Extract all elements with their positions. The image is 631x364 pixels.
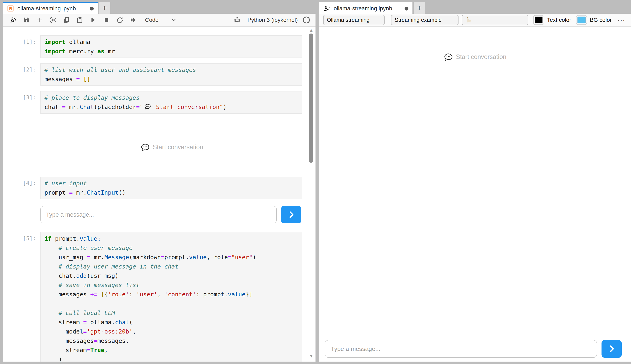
- code-line: # call local LLM: [45, 308, 299, 318]
- notebook-file-icon: [7, 5, 14, 12]
- mercury-wand-icon[interactable]: [10, 16, 17, 24]
- code-line: # place to display messages: [45, 93, 299, 102]
- bg-color-swatch: [577, 16, 585, 24]
- notebook-tabbar: ollama-streaming.ipynb +: [3, 2, 316, 14]
- code-line: model='gpt-oss:20b',: [45, 327, 299, 336]
- code-line: messages += [{'role': 'user', 'content':…: [45, 290, 299, 299]
- tab-dirty-indicator[interactable]: [405, 7, 408, 10]
- execution-count: [1]:: [3, 35, 41, 58]
- paste-cell-icon[interactable]: [76, 16, 84, 24]
- code-line: # save in messages list: [45, 280, 299, 290]
- mercury-wand-icon: [323, 5, 330, 12]
- code-cell: [2]:# list with all user and assistant m…: [3, 63, 316, 86]
- copy-cell-icon[interactable]: [63, 16, 70, 24]
- chat-input-widget: [41, 206, 316, 223]
- execution-count: [3]:: [3, 91, 41, 114]
- tab-title: ollama-streaming.ipynb: [17, 5, 87, 12]
- code-cell-editor[interactable]: # user inputprompt = mr.ChatInput(): [41, 177, 302, 199]
- app-title-input[interactable]: [323, 15, 385, 25]
- more-options-menu[interactable]: ⋯: [617, 18, 625, 22]
- app-description-input[interactable]: [391, 15, 458, 25]
- new-tab-button[interactable]: +: [414, 2, 425, 14]
- tab-notebook[interactable]: ollama-streaming.ipynb: [3, 2, 98, 14]
- kernel-name[interactable]: Python 3 (ipykernel): [247, 17, 298, 23]
- code-line: import ollama: [45, 37, 299, 47]
- execution-count: [5]:: [3, 232, 41, 362]
- code-line: usr_msg = mr.Message(markdown=prompt.val…: [45, 252, 299, 262]
- bg-color-label: BG color: [590, 17, 612, 23]
- execution-count: [2]:: [3, 63, 41, 86]
- chat-placeholder-text: Start conversation: [456, 53, 506, 60]
- notebook-content: [1]:import ollamaimport mercury as mr [2…: [3, 27, 316, 362]
- code-cell-editor[interactable]: # place to display messageschat = mr.Cha…: [41, 91, 302, 114]
- bg-color-picker[interactable]: [576, 15, 587, 25]
- app-send-button[interactable]: [601, 340, 622, 358]
- debugger-bug-icon[interactable]: [234, 16, 241, 24]
- code-cell-editor[interactable]: import ollamaimport mercury as mr: [41, 35, 302, 58]
- code-line: if prompt.value:: [45, 234, 299, 243]
- cut-cell-icon[interactable]: [50, 16, 57, 24]
- cell-type-dropdown[interactable]: Code: [145, 17, 177, 23]
- code-line: stream = ollama.chat(: [45, 318, 299, 327]
- chevron-down-icon: [171, 17, 177, 23]
- app-toolbar: Text color BG color ⋯: [319, 14, 631, 27]
- tab-dirty-indicator[interactable]: [90, 7, 94, 10]
- code-line: chat = mr.Chat(placeholder=" Start conve…: [45, 102, 299, 112]
- text-color-picker[interactable]: [533, 15, 544, 25]
- speech-bubble-icon: [141, 143, 150, 152]
- app-tabbar: ollama-streaming.ipynb +: [319, 2, 631, 14]
- chat-widget-output: Start conversation: [41, 119, 303, 176]
- speech-bubble-icon: [444, 52, 453, 61]
- add-cell-icon[interactable]: [36, 16, 44, 24]
- code-cell-editor[interactable]: if prompt.value: # create user message u…: [41, 232, 302, 362]
- execution-count: [4]:: [3, 177, 41, 199]
- code-line: # list with all user and assistant messa…: [45, 65, 299, 74]
- code-line: import mercury as mr: [45, 47, 299, 56]
- scrollbar-up-arrow[interactable]: ▲: [307, 28, 316, 33]
- code-cell-editor[interactable]: # list with all user and assistant messa…: [41, 63, 302, 86]
- code-cell: [4]:# user inputprompt = mr.ChatInput(): [3, 177, 316, 199]
- code-line: stream=True,: [45, 346, 299, 355]
- code-line: # display user message in the chat: [45, 262, 299, 271]
- tab-title: ollama-streaming.ipynb: [334, 5, 401, 12]
- stop-kernel-icon[interactable]: [103, 16, 110, 24]
- code-line: chat.add(usr_msg): [45, 271, 299, 280]
- app-chat-placeholder: Start conversation: [319, 52, 631, 61]
- notebook-scrollbar[interactable]: ▲ ▼: [307, 27, 316, 362]
- app-logo-input[interactable]: [462, 15, 528, 25]
- code-line: [45, 299, 299, 308]
- desktop: ollama-streaming.ipynb +: [0, 0, 631, 364]
- app-content: Start conversation: [319, 27, 631, 362]
- notebook-chat-message-input[interactable]: [41, 206, 277, 223]
- text-color-label: Text color: [547, 17, 571, 23]
- chat-placeholder-text: Start conversation: [153, 144, 203, 151]
- notebook-toolbar: Code Python 3 (ipykernel): [3, 14, 316, 27]
- speech-bubble-icon: [144, 103, 151, 110]
- app-chat-message-input[interactable]: [325, 340, 597, 358]
- mercury-app-panel: ollama-streaming.ipynb + Text color: [319, 2, 631, 362]
- code-cell: [3]:# place to display messageschat = mr…: [3, 91, 316, 114]
- code-cell: [5]:if prompt.value: # create user messa…: [3, 232, 316, 362]
- send-arrow-icon: [607, 344, 616, 354]
- scrollbar-thumb[interactable]: [309, 34, 313, 163]
- code-line: prompt = mr.ChatInput(): [45, 188, 299, 197]
- restart-run-all-icon[interactable]: [130, 16, 137, 24]
- llama-icon: [464, 16, 472, 24]
- text-color-swatch: [535, 16, 543, 24]
- code-line: # create user message: [45, 243, 299, 252]
- cell-type-value: Code: [145, 17, 159, 23]
- new-tab-button[interactable]: +: [99, 2, 110, 14]
- notebook-send-button[interactable]: [281, 206, 301, 223]
- restart-kernel-icon[interactable]: [116, 16, 123, 24]
- code-line: messages=messages,: [45, 336, 299, 346]
- code-cell: [1]:import ollamaimport mercury as mr: [3, 35, 316, 58]
- code-line: messages = []: [45, 74, 299, 84]
- scrollbar-down-arrow[interactable]: ▼: [307, 353, 316, 359]
- run-cell-icon[interactable]: [90, 16, 97, 24]
- send-arrow-icon: [287, 210, 296, 219]
- save-icon[interactable]: [23, 16, 30, 24]
- tab-app-preview[interactable]: ollama-streaming.ipynb: [319, 2, 412, 14]
- code-line: # user input: [45, 179, 299, 188]
- app-chat-input-bar: [325, 340, 631, 358]
- kernel-status-indicator[interactable]: [303, 16, 310, 24]
